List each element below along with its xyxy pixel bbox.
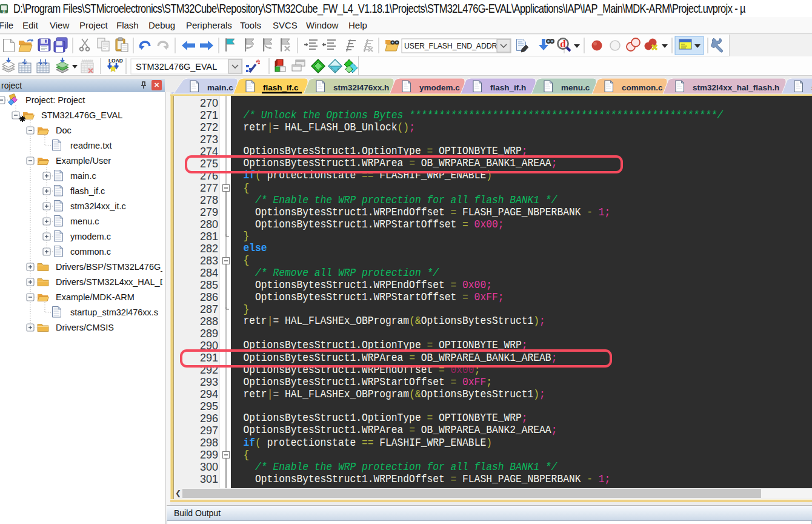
svg-text:main.c: main.c bbox=[70, 171, 96, 181]
svg-text:menu.c: menu.c bbox=[70, 217, 99, 226]
svg-text:Drivers/CMSIS: Drivers/CMSIS bbox=[56, 323, 114, 332]
svg-text:µ: µ bbox=[2, 8, 5, 14]
svg-text:STM32L476G_EVAL: STM32L476G_EVAL bbox=[41, 110, 122, 120]
svg-text:common.c: common.c bbox=[70, 247, 111, 257]
svg-text:ymodem.c: ymodem.c bbox=[70, 232, 111, 241]
svg-text:stm32l4xx_hal_flash.h: stm32l4xx_hal_flash.h bbox=[693, 83, 779, 92]
svg-text:flash_if.h: flash_if.h bbox=[490, 83, 526, 92]
svg-text:LOAD: LOAD bbox=[108, 58, 123, 64]
svg-text:stm32l4xx_it.c: stm32l4xx_it.c bbox=[70, 201, 126, 211]
svg-text:USER_FLASH_END_ADDR: USER_FLASH_END_ADDR bbox=[404, 42, 497, 50]
svg-text:readme.txt: readme.txt bbox=[70, 141, 112, 150]
svg-text:menu.c: menu.c bbox=[561, 83, 590, 92]
svg-text:Drivers/BSP/STM32L476G_E: Drivers/BSP/STM32L476G_E bbox=[56, 262, 162, 272]
svg-text:main.c: main.c bbox=[207, 83, 233, 92]
svg-text:Project: Project: Project: Project bbox=[25, 95, 85, 105]
svg-text:d: d bbox=[560, 38, 566, 50]
svg-text:ymodem.c: ymodem.c bbox=[419, 83, 460, 92]
svg-text:Doc: Doc bbox=[56, 126, 72, 135]
svg-text:flash_if.c: flash_if.c bbox=[70, 186, 105, 196]
svg-text:Example/MDK-ARM: Example/MDK-ARM bbox=[56, 292, 135, 302]
svg-text:Drivers/STM32L4xx_HAL_Di: Drivers/STM32L4xx_HAL_Di bbox=[56, 277, 162, 287]
svg-text:startup_stm32l476xx.s: startup_stm32l476xx.s bbox=[70, 307, 158, 317]
svg-text:STM32L476G_EVAL: STM32L476G_EVAL bbox=[136, 62, 217, 72]
svg-text:common.c: common.c bbox=[622, 83, 663, 92]
svg-text:stm32l476xx.h: stm32l476xx.h bbox=[333, 83, 389, 92]
svg-text:Example/User: Example/User bbox=[56, 156, 111, 166]
svg-text:flash_if.c: flash_if.c bbox=[263, 83, 299, 92]
